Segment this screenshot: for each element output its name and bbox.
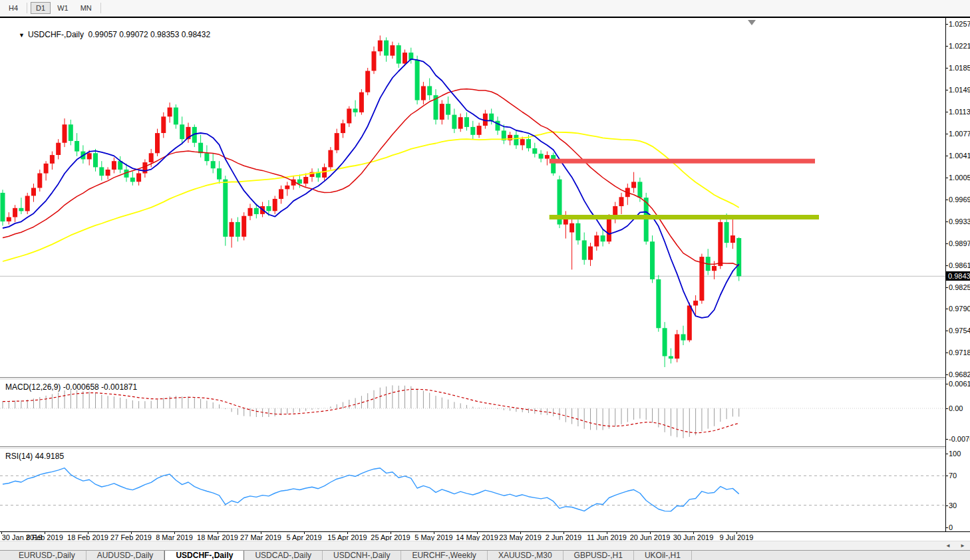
candle-body xyxy=(631,182,636,188)
price-axis-label: 0.99690 xyxy=(946,196,970,204)
timeframe-button-w1[interactable]: W1 xyxy=(52,2,74,14)
candle-body xyxy=(248,208,253,216)
candle-body xyxy=(675,335,679,359)
candle-body xyxy=(13,208,17,217)
scroll-right-icon[interactable]: ► xyxy=(958,542,967,550)
chart-tab-audusd[interactable]: AUDUSD-,Daily xyxy=(86,551,165,560)
candle-body xyxy=(211,161,216,168)
candle-body xyxy=(464,117,469,127)
collapse-indicator-icon[interactable]: ▼ xyxy=(19,32,25,39)
time-axis[interactable]: 30 Jan 20198 Feb 201918 Feb 201927 Feb 2… xyxy=(0,531,970,541)
candle-body xyxy=(532,148,537,154)
candle-body xyxy=(489,114,494,121)
resistance-line[interactable] xyxy=(550,159,815,164)
candle-body xyxy=(359,92,364,112)
candlestick-chart[interactable] xyxy=(0,18,945,377)
candle-body xyxy=(656,279,661,328)
candle-body xyxy=(75,141,79,152)
candle-body xyxy=(669,356,673,359)
price-axis-label: 0.96820 xyxy=(946,370,970,378)
macd-chart[interactable] xyxy=(0,380,945,446)
chart-tab-usdcad[interactable]: USDCAD-,Daily xyxy=(244,551,323,560)
candle-body xyxy=(458,117,463,128)
candle-body xyxy=(223,180,228,237)
candle-body xyxy=(25,196,30,211)
price-axis-label: 0.99330 xyxy=(946,217,970,225)
candle-body xyxy=(539,154,544,158)
candle-body xyxy=(230,222,234,237)
candle-body xyxy=(285,186,289,190)
rsi-axis-label: 0 xyxy=(946,523,970,531)
chart-tab-gbpusd[interactable]: GBPUSD-,H1 xyxy=(564,551,634,560)
chart-title: ▼USDCHF-,Daily 0.99057 0.99072 0.98353 0… xyxy=(5,21,210,49)
chart-tab-eurchf[interactable]: EURCHF-,Weekly xyxy=(401,551,487,560)
candle-body xyxy=(718,222,723,266)
candle-body xyxy=(421,86,426,100)
candle-body xyxy=(687,305,692,340)
chart-tab-eurusd[interactable]: EURUSD-,Daily xyxy=(8,551,86,560)
candle-body xyxy=(341,123,345,133)
candle-body xyxy=(594,235,599,247)
price-axis-label: 1.01490 xyxy=(946,86,970,94)
rsi-panel[interactable]: RSI(14) 44.9185 xyxy=(0,449,945,531)
candle-body xyxy=(130,178,135,182)
chart-tab-usdcnh[interactable]: USDCNH-,Daily xyxy=(323,551,401,560)
candle-body xyxy=(279,189,283,199)
rsi-chart[interactable] xyxy=(0,449,945,531)
candle-body xyxy=(353,108,358,112)
candle-body xyxy=(328,150,333,168)
candle-body xyxy=(37,174,42,188)
price-axis[interactable]: 0.98432 1.025701.022101.018501.014901.01… xyxy=(946,18,970,531)
candle-body xyxy=(56,143,61,155)
scroll-left-icon[interactable]: ◄ xyxy=(943,542,953,550)
toolbar-separator xyxy=(100,3,101,13)
macd-axis-label: -0.0076123 xyxy=(946,435,970,443)
price-axis-label: 1.00050 xyxy=(946,174,970,182)
candle-body xyxy=(142,162,147,174)
toolbar-separator xyxy=(27,3,27,13)
candle-body xyxy=(725,222,729,243)
candle-body xyxy=(545,155,550,159)
support-line[interactable] xyxy=(550,215,819,219)
chart-tab-ukoil[interactable]: UKOil-,H1 xyxy=(634,551,692,560)
price-axis-label: 0.97180 xyxy=(946,349,970,356)
candle-body xyxy=(1,193,5,221)
main-chart-panel[interactable]: ▼USDCHF-,Daily 0.99057 0.99072 0.98353 0… xyxy=(0,18,945,377)
candle-body xyxy=(477,126,482,135)
chart-tabs-bar: EURUSD-,DailyAUDUSD-,DailyUSDCHF-,DailyU… xyxy=(0,550,970,560)
timeframe-button-mn[interactable]: MN xyxy=(75,2,97,14)
candle-body xyxy=(112,161,116,170)
candle-body xyxy=(168,108,172,117)
candle-body xyxy=(601,235,605,241)
candle-body xyxy=(217,168,222,180)
price-axis-label: 0.98610 xyxy=(946,261,970,269)
candle-body xyxy=(415,60,420,100)
horizontal-scrollbar[interactable]: ◄ ► xyxy=(0,541,970,550)
macd-panel[interactable]: MACD(12,26,9) -0.000658 -0.001871 xyxy=(0,380,945,446)
candle-body xyxy=(161,116,166,133)
candle-body xyxy=(619,197,624,206)
candle-body xyxy=(106,170,110,176)
candle-body xyxy=(446,104,450,115)
candle-body xyxy=(637,182,642,198)
candle-body xyxy=(569,223,574,233)
candle-body xyxy=(730,235,735,243)
candle-body xyxy=(273,199,277,211)
candle-body xyxy=(736,238,741,276)
rsi-axis-label: 30 xyxy=(946,501,970,509)
candle-body xyxy=(452,115,456,129)
candle-body xyxy=(99,167,104,176)
candle-body xyxy=(390,45,395,56)
chart-tab-xauusd[interactable]: XAUUSD-,M30 xyxy=(488,551,564,560)
rsi-axis-label: 70 xyxy=(946,472,970,480)
candle-body xyxy=(31,188,36,196)
timeframe-button-h4[interactable]: H4 xyxy=(3,2,23,14)
timeframe-button-d1[interactable]: D1 xyxy=(31,2,51,14)
candle-body xyxy=(63,124,67,143)
candle-body xyxy=(174,108,178,125)
chart-tab-usdchf[interactable]: USDCHF-,Daily xyxy=(164,551,244,560)
candle-body xyxy=(297,180,302,184)
chart-shift-marker-icon[interactable] xyxy=(748,20,756,25)
candle-body xyxy=(204,153,209,161)
candle-body xyxy=(403,53,407,64)
